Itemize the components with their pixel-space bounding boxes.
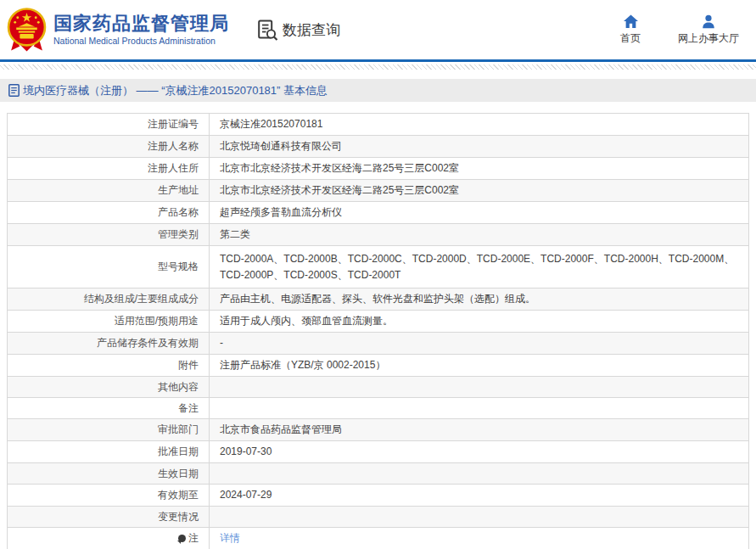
document-search-icon [256,19,279,42]
agency-title-block[interactable]: 国家药品监督管理局 National Medical Products Admi… [53,13,229,47]
row-label: 产品储存条件及有效期 [8,333,210,355]
row-label: 生效日期 [8,463,210,485]
table-row: 注册人住所北京市北京经济技术开发区经海二路25号三层C002室 [8,158,749,180]
row-value [210,377,749,398]
row-value: 京械注准20152070181 [210,114,749,136]
note-icon [178,535,186,542]
table-row: 管理类别第二类 [8,224,749,246]
info-table: 注册证编号京械注准20152070181注册人名称北京悦琦创通科技有限公司注册人… [7,113,749,549]
registration-info-section: 注册证编号京械注准20152070181注册人名称北京悦琦创通科技有限公司注册人… [7,113,749,549]
row-label: 型号规格 [8,246,210,289]
row-value: - [210,333,749,355]
table-row: 产品储存条件及有效期- [8,333,749,355]
nav-service-hall[interactable]: 网上办事大厅 [678,14,739,46]
row-label: 注册证编号 [8,114,210,136]
table-row: 生产地址北京市北京经济技术开发区经海二路25号三层C002室 [8,180,749,202]
striped-divider [0,64,756,70]
row-label: 注册人住所 [8,158,210,180]
row-value: 北京悦琦创通科技有限公司 [210,136,749,158]
breadcrumb-doc-icon [8,84,20,97]
table-row: 备注 [8,398,749,419]
table-row: 结构及组成/主要组成成分产品由主机、电源适配器、探头、软件光盘和监护头架（选配）… [8,289,749,311]
row-label: 备注 [8,398,210,419]
row-label: 其他内容 [8,377,210,398]
row-value [210,463,749,485]
row-label: 变更情况 [8,507,210,528]
row-label: 附件 [8,355,210,377]
row-label: 有效期至 [8,485,210,507]
info-table-body: 注册证编号京械注准20152070181注册人名称北京悦琦创通科技有限公司注册人… [8,114,749,549]
row-label: 产品名称 [8,202,210,224]
table-row: 有效期至2024-07-29 [8,485,749,507]
table-row: 附件注册产品标准（YZB/京 0002-2015） [8,355,749,377]
nav-service-hall-label: 网上办事大厅 [678,31,739,46]
home-icon [623,14,639,29]
row-label: 批准日期 [8,441,210,463]
row-label: 审批部门 [8,419,210,441]
row-label: 注册人名称 [8,136,210,158]
row-value: 北京市北京经济技术开发区经海二路25号三层C002室 [210,180,749,202]
row-value: 北京市北京经济技术开发区经海二路25号三层C002室 [210,158,749,180]
header-divider-line [0,59,756,62]
row-value [210,507,749,528]
row-value [210,398,749,419]
row-value: 注册产品标准（YZB/京 0002-2015） [210,355,749,377]
row-value: 详情 [210,528,749,549]
row-value: TCD-2000A、TCD-2000B、TCD-2000C、TCD-2000D、… [210,246,749,289]
agency-title-en: National Medical Products Administration [53,35,229,47]
site-header: 国家药品监督管理局 National Medical Products Admi… [0,0,756,59]
agency-logo-link[interactable] [7,7,47,53]
nav-home[interactable]: 首页 [613,14,647,46]
user-icon [701,14,716,29]
row-value: 适用于成人颅内、颈部血管血流测量。 [210,311,749,333]
table-row: 适用范围/预期用途适用于成人颅内、颈部血管血流测量。 [8,311,749,333]
row-label: 生产地址 [8,180,210,202]
table-row: 注册证编号京械注准20152070181 [8,114,749,136]
table-row: 批准日期2019-07-30 [8,441,749,463]
row-value: 2024-07-29 [210,485,749,507]
table-row: 型号规格TCD-2000A、TCD-2000B、TCD-2000C、TCD-20… [8,246,749,289]
row-value: 产品由主机、电源适配器、探头、软件光盘和监护头架（选配）组成。 [210,289,749,311]
breadcrumb: 境内医疗器械（注册） —— “京械注准20152070181” 基本信息 [0,79,756,102]
row-value: 北京市食品药品监督管理局 [210,419,749,441]
table-row: 产品名称超声经颅多普勒血流分析仪 [8,202,749,224]
row-value: 超声经颅多普勒血流分析仪 [210,202,749,224]
data-query-nav[interactable]: 数据查询 [256,19,340,42]
table-row: 注详情 [8,528,749,549]
data-query-label: 数据查询 [283,20,340,40]
table-row: 变更情况 [8,507,749,528]
row-label: 适用范围/预期用途 [8,311,210,333]
row-label: 管理类别 [8,224,210,246]
table-row: 生效日期 [8,463,749,485]
detail-link[interactable]: 详情 [220,532,240,544]
table-row: 审批部门北京市食品药品监督管理局 [8,419,749,441]
row-label: 结构及组成/主要组成成分 [8,289,210,311]
row-label: 注 [8,528,210,549]
national-emblem-icon [7,7,47,53]
nav-home-label: 首页 [620,31,641,46]
table-row: 其他内容 [8,377,749,398]
table-row: 注册人名称北京悦琦创通科技有限公司 [8,136,749,158]
row-value: 2019-07-30 [210,441,749,463]
breadcrumb-text: 境内医疗器械（注册） —— “京械注准20152070181” 基本信息 [23,83,328,98]
row-value: 第二类 [210,224,749,246]
top-nav: 首页 网上办事大厅 [613,14,744,46]
agency-title-zh: 国家药品监督管理局 [53,13,229,35]
